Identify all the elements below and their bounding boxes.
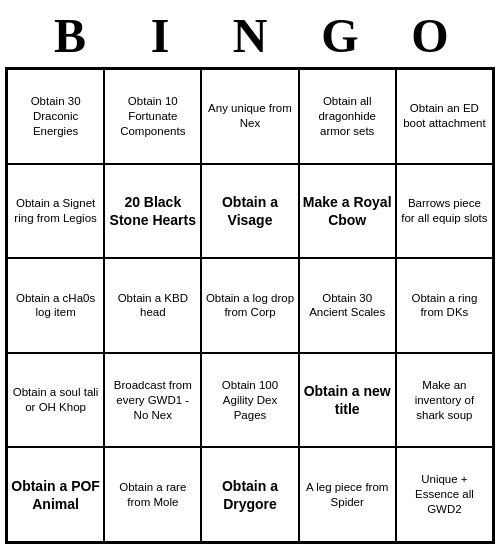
bingo-letter-o: O	[385, 8, 475, 63]
bingo-cell-1: Obtain 10 Fortunate Components	[104, 69, 201, 164]
bingo-cell-15: Obtain a soul tali or OH Khop	[7, 353, 104, 448]
bingo-cell-12: Obtain a log drop from Corp	[201, 258, 298, 353]
bingo-cell-3: Obtain all dragonhide armor sets	[299, 69, 396, 164]
bingo-letter-b: B	[25, 8, 115, 63]
bingo-cell-11: Obtain a KBD head	[104, 258, 201, 353]
bingo-cell-17: Obtain 100 Agility Dex Pages	[201, 353, 298, 448]
bingo-cell-19: Make an inventory of shark soup	[396, 353, 493, 448]
bingo-cell-6: 20 Black Stone Hearts	[104, 164, 201, 259]
bingo-cell-22: Obtain a Drygore	[201, 447, 298, 542]
bingo-cell-16: Broadcast from every GWD1 - No Nex	[104, 353, 201, 448]
bingo-header: BINGO	[0, 0, 500, 67]
bingo-cell-7: Obtain a Visage	[201, 164, 298, 259]
bingo-cell-10: Obtain a cHa0s log item	[7, 258, 104, 353]
bingo-cell-21: Obtain a rare from Mole	[104, 447, 201, 542]
bingo-letter-n: N	[205, 8, 295, 63]
bingo-cell-24: Unique + Essence all GWD2	[396, 447, 493, 542]
bingo-cell-18: Obtain a new title	[299, 353, 396, 448]
bingo-letter-i: I	[115, 8, 205, 63]
bingo-grid: Obtain 30 Draconic EnergiesObtain 10 For…	[5, 67, 495, 544]
bingo-cell-8: Make a Royal Cbow	[299, 164, 396, 259]
bingo-cell-9: Barrows piece for all equip slots	[396, 164, 493, 259]
bingo-letter-g: G	[295, 8, 385, 63]
bingo-cell-4: Obtain an ED boot attachment	[396, 69, 493, 164]
bingo-cell-20: Obtain a POF Animal	[7, 447, 104, 542]
bingo-cell-23: A leg piece from Spider	[299, 447, 396, 542]
bingo-cell-0: Obtain 30 Draconic Energies	[7, 69, 104, 164]
bingo-cell-14: Obtain a ring from DKs	[396, 258, 493, 353]
bingo-cell-13: Obtain 30 Ancient Scales	[299, 258, 396, 353]
bingo-cell-2: Any unique from Nex	[201, 69, 298, 164]
bingo-cell-5: Obtain a Signet ring from Legios	[7, 164, 104, 259]
